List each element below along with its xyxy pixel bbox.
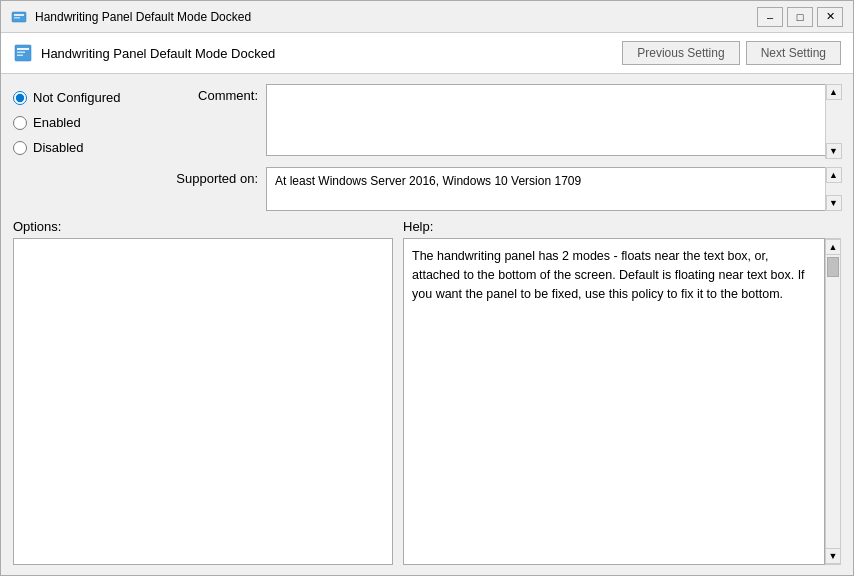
svg-rect-1 — [14, 14, 24, 16]
main-window: Handwriting Panel Default Mode Docked – … — [0, 0, 854, 576]
enabled-radio[interactable] — [13, 116, 27, 130]
disabled-radio[interactable] — [13, 141, 27, 155]
supported-scroll-up[interactable]: ▲ — [826, 167, 842, 183]
window-title: Handwriting Panel Default Mode Docked — [35, 10, 251, 24]
help-box-wrap: The handwriting panel has 2 modes - floa… — [403, 238, 841, 565]
supported-label: Supported on: — [168, 167, 258, 186]
help-scroll-down[interactable]: ▼ — [825, 548, 841, 564]
supported-scroll-down[interactable]: ▼ — [826, 195, 842, 211]
supported-wrap: At least Windows Server 2016, Windows 10… — [266, 167, 841, 211]
options-box — [13, 238, 393, 565]
header-buttons: Previous Setting Next Setting — [622, 41, 841, 65]
help-scroll-track — [826, 279, 840, 548]
bottom-section: Options: Help: The handwriting panel has… — [13, 219, 841, 565]
enabled-option[interactable]: Enabled — [13, 115, 158, 130]
supported-value: At least Windows Server 2016, Windows 10… — [266, 167, 841, 211]
comment-label: Comment: — [168, 84, 258, 103]
supported-row: Supported on: At least Windows Server 20… — [168, 167, 841, 211]
svg-rect-5 — [17, 52, 25, 54]
help-scroll-up[interactable]: ▲ — [825, 239, 841, 255]
disabled-option[interactable]: Disabled — [13, 140, 158, 155]
supported-scrollbar: ▲ ▼ — [825, 167, 841, 211]
help-scroll-thumb[interactable] — [827, 257, 839, 277]
help-scrollbar: ▲ ▼ — [825, 238, 841, 565]
not-configured-label: Not Configured — [33, 90, 120, 105]
header-left: Handwriting Panel Default Mode Docked — [13, 43, 275, 63]
window-icon — [11, 9, 27, 25]
disabled-label: Disabled — [33, 140, 84, 155]
top-section: Not Configured Enabled Disabled Comment: — [13, 84, 841, 211]
main-content: Not Configured Enabled Disabled Comment: — [1, 74, 853, 575]
svg-rect-4 — [17, 48, 29, 50]
supported-scroll-track — [826, 183, 841, 195]
minimize-button[interactable]: – — [757, 7, 783, 27]
title-bar-controls: – □ ✕ — [757, 7, 843, 27]
prev-setting-button[interactable]: Previous Setting — [622, 41, 739, 65]
not-configured-option[interactable]: Not Configured — [13, 90, 158, 105]
maximize-button[interactable]: □ — [787, 7, 813, 27]
comment-row: Comment: ▲ ▼ — [168, 84, 841, 159]
help-panel: Help: The handwriting panel has 2 modes … — [403, 219, 841, 565]
title-bar: Handwriting Panel Default Mode Docked – … — [1, 1, 853, 33]
comment-scroll-up[interactable]: ▲ — [826, 84, 842, 100]
not-configured-radio[interactable] — [13, 91, 27, 105]
comment-scroll-down[interactable]: ▼ — [826, 143, 842, 159]
fields-section: Comment: ▲ ▼ Supported on: At least — [168, 84, 841, 211]
options-label: Options: — [13, 219, 393, 234]
radio-group: Not Configured Enabled Disabled — [13, 84, 158, 211]
close-button[interactable]: ✕ — [817, 7, 843, 27]
svg-rect-2 — [14, 17, 20, 19]
policy-icon — [13, 43, 33, 63]
comment-textarea-wrap: ▲ ▼ — [266, 84, 841, 159]
title-bar-left: Handwriting Panel Default Mode Docked — [11, 9, 251, 25]
help-label: Help: — [403, 219, 841, 234]
comment-scrollbar: ▲ ▼ — [825, 84, 841, 159]
header-title: Handwriting Panel Default Mode Docked — [41, 46, 275, 61]
options-panel: Options: — [13, 219, 393, 565]
comment-textarea[interactable] — [266, 84, 841, 156]
help-text: The handwriting panel has 2 modes - floa… — [403, 238, 825, 565]
comment-scroll-track — [826, 100, 841, 143]
next-setting-button[interactable]: Next Setting — [746, 41, 841, 65]
svg-rect-6 — [17, 55, 23, 57]
enabled-label: Enabled — [33, 115, 81, 130]
header-bar: Handwriting Panel Default Mode Docked Pr… — [1, 33, 853, 74]
